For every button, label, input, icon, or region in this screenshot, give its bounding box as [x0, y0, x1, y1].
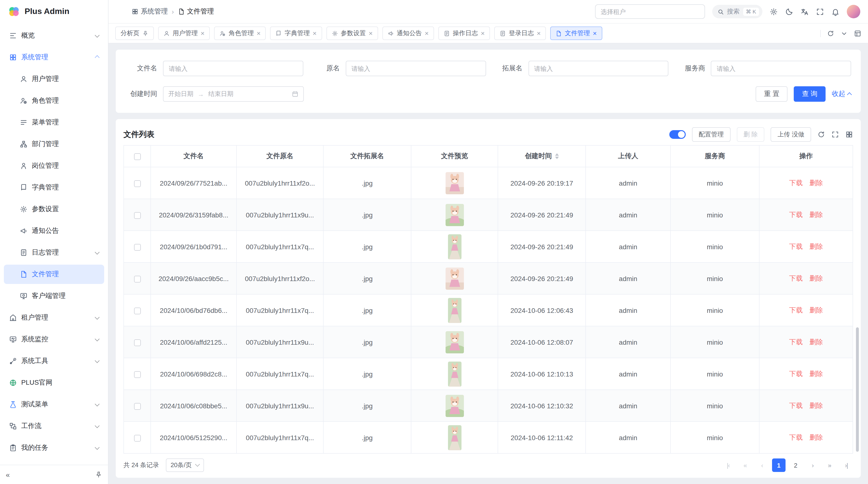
- table-scrollbar-thumb[interactable]: [856, 327, 859, 452]
- table-row[interactable]: 2024/10/06/affd2125... 007u2bluly1hrr11x…: [124, 326, 853, 358]
- fullscreen-icon[interactable]: [816, 7, 824, 16]
- sidebar-item-client-management[interactable]: 客户端管理: [4, 286, 104, 305]
- delete-button[interactable]: 删 除: [737, 127, 765, 142]
- delete-link[interactable]: 删除: [809, 179, 823, 186]
- sidebar-item-menu-management[interactable]: 菜单管理: [4, 113, 104, 132]
- table-row[interactable]: 2024/10/06/bd76db6... 007u2bluly1hrr11x7…: [124, 294, 853, 326]
- sidebar-item-post-management[interactable]: 岗位管理: [4, 156, 104, 175]
- download-link[interactable]: 下载: [789, 179, 803, 186]
- sidebar-item-overview[interactable]: 概览: [4, 26, 104, 45]
- tab-operation-log[interactable]: 操作日志×: [438, 27, 490, 40]
- user-avatar[interactable]: [847, 5, 860, 18]
- page-number-button[interactable]: 1: [772, 458, 785, 472]
- delete-link[interactable]: 删除: [809, 242, 823, 250]
- pin-icon[interactable]: [142, 30, 149, 36]
- origin-name-input[interactable]: [346, 61, 486, 76]
- row-checkbox[interactable]: [134, 180, 141, 187]
- file-preview-thumbnail[interactable]: [445, 267, 464, 289]
- file-preview-thumbnail[interactable]: [448, 425, 461, 450]
- delete-link[interactable]: 删除: [809, 433, 823, 441]
- sidebar-item-file-management[interactable]: 文件管理: [4, 265, 104, 284]
- row-checkbox[interactable]: [134, 276, 141, 282]
- query-button[interactable]: 查 询: [794, 86, 826, 102]
- download-link[interactable]: 下载: [789, 274, 803, 282]
- tab-dictionary-management[interactable]: 字典管理×: [270, 27, 322, 40]
- file-preview-thumbnail[interactable]: [448, 298, 461, 323]
- row-checkbox[interactable]: [134, 434, 141, 441]
- sort-caret-icon[interactable]: [555, 154, 559, 159]
- page-number-button[interactable]: 2: [789, 458, 802, 472]
- sidebar-item-workflow[interactable]: 工作流: [4, 417, 104, 436]
- create-time-range-picker[interactable]: 开始日期 → 结束日期: [163, 86, 304, 102]
- file-preview-thumbnail[interactable]: [445, 204, 464, 226]
- file-preview-thumbnail[interactable]: [445, 394, 464, 417]
- table-row[interactable]: 2024/09/26/aacc9b5c... 007u2bluly1hrr11x…: [124, 262, 853, 294]
- delete-link[interactable]: 删除: [809, 306, 823, 314]
- refresh-table-icon[interactable]: [817, 131, 825, 138]
- sidebar-item-log-management[interactable]: 日志管理: [4, 243, 104, 262]
- close-tab-icon[interactable]: ×: [537, 30, 540, 37]
- global-search-button[interactable]: 搜索 ⌘ K: [712, 5, 763, 18]
- fullscreen-table-icon[interactable]: [831, 131, 839, 138]
- row-checkbox[interactable]: [134, 371, 141, 378]
- sidebar-item-notice[interactable]: 通知公告: [4, 221, 104, 240]
- delete-link[interactable]: 删除: [809, 338, 823, 346]
- tab-login-log[interactable]: 登录日志×: [494, 27, 546, 40]
- upload-button[interactable]: 上传 没做: [771, 127, 811, 142]
- row-checkbox[interactable]: [134, 339, 141, 346]
- sidebar-item-department-management[interactable]: 部门管理: [4, 134, 104, 154]
- table-row[interactable]: 2024/10/06/698d2c8... 007u2bluly1hrr11x7…: [124, 358, 853, 390]
- download-link[interactable]: 下载: [789, 401, 803, 409]
- download-link[interactable]: 下载: [789, 211, 803, 218]
- next-group-button[interactable]: »: [823, 458, 836, 472]
- notification-bell-icon[interactable]: [831, 7, 840, 16]
- close-tab-icon[interactable]: ×: [425, 30, 429, 37]
- table-row[interactable]: 2024/10/06/5125290... 007u2bluly1hrr11x7…: [124, 422, 853, 453]
- table-row[interactable]: 2024/09/26/1b0d791... 007u2bluly1hrr11x7…: [124, 231, 853, 262]
- first-page-button[interactable]: |‹: [721, 458, 735, 472]
- delete-link[interactable]: 删除: [809, 369, 823, 377]
- sidebar-item-role-management[interactable]: 角色管理: [4, 91, 104, 110]
- close-tab-icon[interactable]: ×: [593, 30, 597, 37]
- provider-input[interactable]: [711, 61, 851, 76]
- tab-notice[interactable]: 通知公告×: [382, 27, 434, 40]
- sidebar-item-tenant-management[interactable]: 租户管理: [4, 308, 104, 327]
- tab-user-management[interactable]: 用户管理×: [158, 27, 210, 40]
- file-preview-thumbnail[interactable]: [445, 172, 464, 194]
- prev-page-button[interactable]: ‹: [755, 458, 769, 472]
- breadcrumb-file-management[interactable]: 文件管理: [178, 7, 214, 16]
- chevron-down-icon[interactable]: [840, 30, 848, 37]
- download-link[interactable]: 下载: [789, 242, 803, 250]
- sidebar-item-user-management[interactable]: 用户管理: [4, 69, 104, 89]
- sidebar-item-system-tools[interactable]: 系统工具: [4, 351, 104, 371]
- column-settings-icon[interactable]: [845, 131, 853, 138]
- last-page-button[interactable]: ›|: [840, 458, 853, 472]
- refresh-tab-icon[interactable]: [827, 30, 834, 37]
- close-tab-icon[interactable]: ×: [256, 30, 260, 37]
- close-tab-icon[interactable]: ×: [200, 30, 205, 37]
- tab-file-management[interactable]: 文件管理×: [551, 27, 602, 40]
- sidebar-item-system-monitor[interactable]: 系统监控: [4, 330, 104, 349]
- pin-sidebar-icon[interactable]: [95, 471, 102, 478]
- table-row[interactable]: 2024/09/26/77521ab... 007u2bluly1hrr11xf…: [124, 167, 853, 199]
- file-preview-thumbnail[interactable]: [448, 361, 461, 386]
- sidebar-item-parameter-settings[interactable]: 参数设置: [4, 200, 104, 219]
- sidebar-item-plus-website[interactable]: PLUS官网: [4, 373, 104, 392]
- tab-parameter-settings[interactable]: 参数设置×: [326, 27, 378, 40]
- page-size-select[interactable]: 20条/页: [166, 458, 204, 472]
- language-translate-icon[interactable]: [801, 7, 809, 16]
- sidebar-item-dictionary-management[interactable]: 字典管理: [4, 178, 104, 197]
- table-row[interactable]: 2024/09/26/3159fab8... 007u2bluly1hrr11x…: [124, 199, 853, 231]
- dark-mode-moon-icon[interactable]: [785, 7, 793, 16]
- delete-link[interactable]: 删除: [809, 274, 823, 282]
- column-header-create-time[interactable]: 创建时间: [498, 146, 586, 167]
- sidebar-item-system-management[interactable]: 系统管理: [4, 48, 104, 67]
- download-link[interactable]: 下载: [789, 306, 803, 314]
- row-checkbox[interactable]: [134, 403, 141, 410]
- select-all-checkbox[interactable]: [134, 153, 141, 160]
- sidebar-item-gitee-record[interactable]: gitee记录: [4, 460, 104, 465]
- sidebar-collapse-button[interactable]: «: [6, 471, 10, 479]
- download-link[interactable]: 下载: [789, 338, 803, 346]
- table-row[interactable]: 2024/10/06/c08bbe5... 007u2bluly1hrr11x9…: [124, 390, 853, 422]
- row-checkbox[interactable]: [134, 307, 141, 314]
